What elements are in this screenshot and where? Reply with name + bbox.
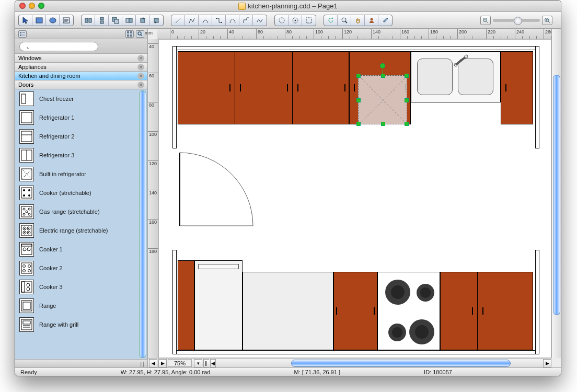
distribute-button[interactable] [95,15,109,26]
library-item[interactable]: Built in refrigerator [15,165,147,183]
snap-edge-button[interactable] [302,15,316,26]
library-item[interactable]: Chest freezer [15,89,147,108]
text-tool[interactable] [60,15,73,26]
toolbar-snap-group [274,15,316,26]
library-item[interactable]: Range with grill [15,315,147,334]
upper-cabinet-end[interactable] [501,51,533,124]
document-icon [238,3,246,10]
category-appliances[interactable]: Appliances× [15,63,147,72]
hscroll-right[interactable]: ▶ [543,359,551,367]
door-swing[interactable] [180,149,258,230]
bezier-tool[interactable] [226,15,239,26]
zoom-tool[interactable] [338,15,351,26]
zoom-slider[interactable] [493,19,540,22]
category-windows[interactable]: Windows× [15,54,147,63]
pointer-tool[interactable] [19,15,32,26]
resize-handle-w[interactable] [356,98,361,102]
minimize-icon[interactable] [29,3,35,9]
zoom-window-icon[interactable] [38,3,44,9]
align-button[interactable] [82,15,95,26]
connector-tool[interactable] [212,15,226,26]
zoom-dropdown[interactable]: ▾ [194,359,202,367]
spline-tool[interactable] [253,15,267,26]
resize-handle-se[interactable] [405,122,409,126]
category-doors[interactable]: Doors× [15,80,147,89]
resize-handle-n[interactable] [381,74,385,78]
snap-grid-button[interactable] [275,15,288,26]
eyedropper-tool[interactable] [378,15,392,26]
refrigerator[interactable] [194,260,243,350]
close-icon[interactable] [19,3,26,9]
sidebar-resize-grip[interactable]: || [15,359,147,367]
hscroll-grip[interactable]: ‖ [203,359,209,367]
snap-node-button[interactable] [288,15,302,26]
category-close-icon[interactable]: × [137,64,144,71]
countertop[interactable] [243,272,333,350]
polyline-tool[interactable] [185,15,199,26]
resize-handle-e[interactable] [405,98,409,102]
library-tree-icon[interactable] [18,30,27,38]
resize-handle-sw[interactable] [356,122,361,126]
bring-front-button[interactable] [136,15,149,26]
library-item[interactable]: Electric range (stretchable) [15,221,147,240]
category-close-icon[interactable]: × [137,82,144,88]
titlebar: kitchen-planning.cdd – Page1 [15,1,561,12]
hscroll-left[interactable]: ◀ [210,359,216,367]
page-prev-button[interactable]: ◀ [149,359,157,367]
pan-tool[interactable] [351,15,365,26]
library-item[interactable]: Refrigerator 3 [15,146,147,165]
category-close-icon[interactable]: × [137,55,144,62]
user-tool[interactable] [365,15,378,26]
toolbar-lines-group [171,15,267,26]
rectangle-tool[interactable] [32,15,46,26]
library-item[interactable]: Cooker 3 [15,278,147,296]
zoom-out-button[interactable] [480,16,491,25]
category-close-icon[interactable]: × [137,73,144,79]
category-kitchen-and-dining-room[interactable]: Kitchen and dining room× [15,72,147,80]
hscroll-track[interactable] [218,360,540,367]
stove[interactable] [377,272,440,350]
library-grid-icon[interactable] [125,30,134,38]
upper-cabinet-left[interactable] [178,51,349,124]
lower-cabinet-right[interactable] [440,272,533,350]
selected-shape[interactable] [358,75,407,124]
send-back-button[interactable] [149,15,163,26]
library-item[interactable]: Range [15,296,147,315]
library-search-icon[interactable] [136,30,144,38]
svg-rect-57 [21,206,32,217]
resize-handle-nw[interactable] [356,74,361,78]
search-input[interactable] [19,42,98,51]
lower-cabinet-mid[interactable] [333,272,377,350]
app-window: kitchen-planning.cdd – Page1 [15,0,561,376]
arc-tool[interactable] [199,15,212,26]
rotation-handle[interactable] [380,63,385,68]
library-item[interactable]: Refrigerator 2 [15,127,147,146]
page-next-button[interactable]: ▶ [158,359,167,367]
library-item[interactable]: Cooker 2 [15,259,147,278]
vertical-scrollbar[interactable] [551,29,561,358]
library-item-icon [19,261,34,275]
svg-rect-81 [21,282,32,292]
ortho-tool[interactable] [239,15,253,26]
svg-rect-11 [114,19,119,24]
library-scrollbar[interactable] [139,90,146,358]
library-item[interactable]: Cooker 1 [15,240,147,259]
library-item[interactable]: Gas range (stretchable) [15,202,147,221]
zoom-level[interactable]: 75% [168,359,192,367]
ungroup-button[interactable] [122,15,136,26]
group-button[interactable] [109,15,122,26]
wall-left-upper [172,46,177,148]
horizontal-scrollbar[interactable]: ◀ ▶ 75% ▾ ‖◀ ▶ [148,358,551,367]
drawing-canvas[interactable] [158,39,551,358]
resize-handle-ne[interactable] [405,74,409,78]
hscroll-thumb[interactable] [291,360,511,367]
library-item[interactable]: Cooker (stretchable) [15,183,147,202]
line-tool[interactable] [171,15,185,26]
ellipse-tool[interactable] [46,15,60,26]
zoom-in-button[interactable] [542,16,552,25]
vertical-ruler: 406080100120140160180 [148,39,158,358]
resize-handle-s[interactable] [381,122,385,126]
refresh-button[interactable] [324,15,338,26]
lower-cabinet-slim[interactable] [178,260,194,350]
library-item[interactable]: Refrigerator 1 [15,108,147,127]
